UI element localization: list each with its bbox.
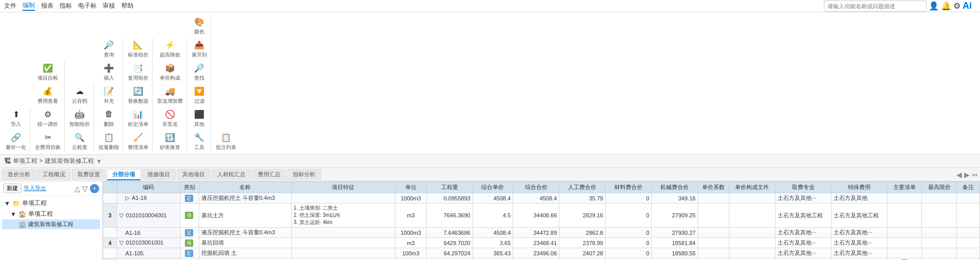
new-button[interactable]: 新建 [3, 183, 22, 193]
tree-expand-sub[interactable]: ▼ [10, 211, 16, 218]
tab-cost-analysis[interactable]: 造价分析 [2, 169, 36, 180]
cell-max-price [922, 228, 956, 238]
tool-color[interactable]: 🎨 颜色 [190, 14, 209, 36]
row-collapse-icon[interactable]: ▷ [125, 195, 129, 201]
search-input[interactable] [824, 1, 927, 12]
menu-file[interactable]: 文件 [4, 2, 16, 10]
tool-batch-delete[interactable]: 📋 批量删除 [97, 130, 121, 152]
tool-unit-comp[interactable]: 📦 单价构成 [158, 61, 182, 83]
table-row[interactable]: 3 ▽ 0101010004001 项 基坑土方 1. 土壤类别: 二类土 2.… [103, 203, 980, 228]
tool-supplement[interactable]: 📝 补充 [100, 84, 118, 106]
tree-item-arch-decoration[interactable]: 🏢 建筑装饰装修工程 [2, 219, 100, 229]
tool-no-pump[interactable]: 🚫 非泵送 [161, 107, 179, 129]
panel-up-arrow[interactable]: △ [74, 184, 80, 193]
tool-ai-price[interactable]: 🤖 智能组价 [68, 107, 91, 129]
cell-price-file [729, 203, 775, 228]
tool-clean-list[interactable]: 🧹 整理清单 [126, 130, 150, 152]
tool-other[interactable]: ⬛ 其他 [190, 107, 209, 129]
tab-indicator-analysis[interactable]: 指标分析 [287, 169, 321, 180]
tool-group-edit: 🔎 查询 ➕ 插入 📝 补充 🗑 删除 📋 批量删除 [95, 38, 123, 152]
tab-fee-settings[interactable]: 取费设置 [72, 169, 106, 180]
tool-pump-fee[interactable]: 🚚 泵送增加费 [156, 84, 184, 106]
batch-delete-icon: 📋 [103, 131, 115, 143]
menu-e-bid[interactable]: 电子标 [78, 2, 97, 10]
row-collapse-icon[interactable]: ▽ [119, 239, 123, 246]
menu-review[interactable]: 审核 [103, 2, 115, 10]
notification-icon[interactable]: 🔔 [941, 1, 951, 11]
tool-insert[interactable]: ➕ 插入 [100, 61, 118, 83]
left-panel: 新建 导入导出 △ ▽ + ▼ 📁 单项工程 ▼ 🏠 单项工程 🏢 建筑 [0, 181, 103, 260]
cell-max-price [922, 248, 956, 258]
table-row[interactable]: 4 ▽ 010103001001 项 基坑回填 m3 6429.7020 3.6… [103, 238, 980, 248]
cell-type: 定 [180, 248, 199, 258]
unify-adj-icon: ⚙ [42, 108, 54, 120]
ai-label[interactable]: Ai [963, 1, 972, 11]
tab-other-items[interactable]: 其他项目 [177, 169, 211, 180]
settings-icon[interactable]: ⚙ [953, 1, 960, 11]
cell-name: 基坑回填 [199, 238, 291, 248]
tool-tools[interactable]: 🔧 工具 [190, 130, 209, 152]
tool-full-fee[interactable]: ✂ 全费用切换 [33, 130, 62, 152]
tab-prev-icon[interactable]: ◀ [956, 171, 962, 179]
breadcrumb-expand-icon[interactable]: ▼ [96, 158, 102, 165]
menu-indicator[interactable]: 指标 [60, 2, 72, 10]
tool-cloud-check[interactable]: 🔍 云检查 [70, 130, 89, 152]
menu-report[interactable]: 报表 [41, 2, 53, 10]
user-icon[interactable]: 👤 [929, 1, 939, 11]
tool-high-eff[interactable]: ⚡ 超高降效 [158, 38, 182, 60]
table-row[interactable]: ▷ A1-16 定 液压挖掘机挖土 斗容量0.4m3 1000m3 0.0955… [103, 193, 980, 203]
import-export-link[interactable]: 导入导出 [24, 184, 46, 192]
tool-qty-unify[interactable]: 🔗 量价一化 [4, 130, 28, 152]
tool-query[interactable]: 🔎 查询 [100, 38, 118, 60]
row-collapse-icon[interactable]: ▽ [119, 212, 123, 218]
tool-filter[interactable]: 🔽 过滤 [190, 84, 209, 106]
tool-annotation-list[interactable]: 📋 批注列表 [214, 130, 238, 152]
high-eff-label: 超高降效 [160, 51, 180, 59]
tab-proj-overview[interactable]: 工程概况 [37, 169, 71, 180]
tool-std-price[interactable]: 📐 标准组价 [126, 38, 150, 60]
tab-next-icon[interactable]: ▶ [964, 171, 970, 179]
tree-item-single-project-root[interactable]: ▼ 📁 单项工程 [2, 198, 100, 209]
tab-expand-icon[interactable]: ⇔ [972, 171, 978, 179]
tool-unify-adj[interactable]: ⚙ 统一调价 [36, 107, 60, 129]
th-remark: 备注 [956, 182, 979, 193]
tool-concrete[interactable]: 📊 砼定清单 [126, 107, 150, 129]
menu-edit[interactable]: 编制 [23, 1, 35, 11]
tool-reuse-price[interactable]: 📑 复用组价 [126, 61, 150, 83]
th-machine: 机械费合价 [652, 182, 698, 193]
cell-no [103, 248, 117, 258]
menu-bar: 文件 编制 报表 指标 电子标 审核 帮助 👤 🔔 ⚙ Ai [0, 0, 980, 12]
cell-main [887, 193, 921, 203]
cell-remark [956, 258, 979, 261]
tab-section-items[interactable]: 分部分项 [107, 169, 141, 180]
tree-item-single-project-sub[interactable]: ▼ 🏠 单项工程 [2, 209, 100, 219]
tool-expand-to[interactable]: 📤 展开到 [190, 38, 209, 60]
tool-replace-data[interactable]: 🔄 替换数据 [126, 84, 150, 106]
tree-expand-root[interactable]: ▼ [4, 200, 10, 207]
unit-comp-icon: 📦 [164, 62, 176, 74]
cell-main [887, 228, 921, 238]
table-row[interactable]: A1-16 定 液压挖掘机挖土 斗容量0.4m3 1000m3 7.646368… [103, 228, 980, 238]
right-content: 编码 类别 名称 项目特征 单位 工程量 综合单价 综合合价 人工费合价 材料费… [103, 181, 980, 260]
tab-measures[interactable]: 措施项目 [142, 169, 176, 180]
tab-labor-material[interactable]: 人材机汇总 [212, 169, 251, 180]
tab-fee-summary[interactable]: 费用汇总 [252, 169, 286, 180]
find-label: 查找 [194, 75, 204, 82]
tool-delete[interactable]: 🗑 删除 [100, 107, 118, 129]
menu-help[interactable]: 帮助 [121, 2, 134, 10]
std-price-label: 标准组价 [128, 51, 148, 59]
th-coef: 单价系数 [698, 182, 729, 193]
tool-fee-view[interactable]: 💰 费用查看 [36, 84, 60, 106]
table-container[interactable]: 编码 类别 名称 项目特征 单位 工程量 综合单价 综合合价 人工费合价 材料费… [103, 181, 980, 260]
tool-import[interactable]: ⬆ 导入 [7, 107, 25, 129]
cell-unit: 1000m3 [395, 193, 426, 203]
add-item-button[interactable]: + [90, 184, 99, 193]
tool-find[interactable]: 🔎 查找 [190, 61, 209, 83]
table-row[interactable]: 5 ▽ 0101030010002 项 基槽回填 m3 65.7530 3.65… [103, 258, 980, 261]
cell-main [887, 248, 921, 258]
panel-down-arrow[interactable]: ▽ [82, 184, 88, 193]
tool-proj-check[interactable]: ✅ 项目自检 [36, 61, 60, 83]
tool-cloud-save[interactable]: ☁ 云存档 [70, 84, 89, 106]
table-row[interactable]: A1-105 定 挖掘机回填 土 100m3 64.297024 365.43 … [103, 248, 980, 258]
tool-mortar[interactable]: 🔃 砂浆换算 [158, 130, 182, 152]
